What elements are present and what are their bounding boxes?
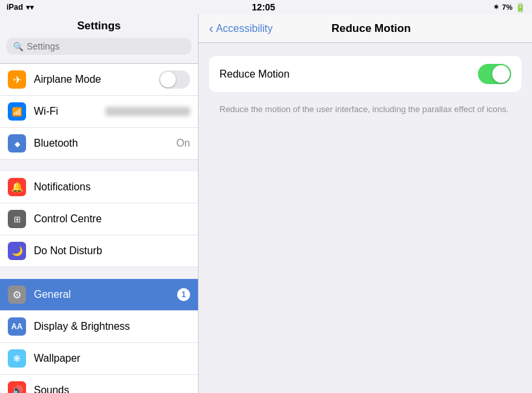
section-divider-2 (0, 267, 198, 279)
sidebar-item-wifi[interactable]: 📶 Wi-Fi (0, 96, 198, 128)
wifi-status-icon: ▾▾ (26, 3, 34, 12)
notifications-label: Notifications (34, 181, 190, 193)
section-divider-1 (0, 160, 198, 171)
reduce-motion-label: Reduce Motion (219, 68, 290, 80)
battery-percent: 7% (502, 3, 512, 11)
do-not-disturb-icon: 🌙 (8, 242, 26, 260)
reduce-motion-description: Reduce the motion of the user interface,… (209, 98, 522, 115)
sidebar-item-notifications[interactable]: 🔔 Notifications (0, 171, 198, 203)
bluetooth-value: On (176, 138, 190, 149)
sidebar-item-airplane-mode[interactable]: ✈ Airplane Mode (0, 64, 198, 96)
sidebar-item-wallpaper[interactable]: ❋ Wallpaper (0, 343, 198, 375)
reduce-motion-row[interactable]: Reduce Motion (209, 56, 522, 92)
sidebar-item-bluetooth[interactable]: ⬥ Bluetooth On (0, 128, 198, 160)
sidebar-item-control-centre[interactable]: ⊞ Control Centre (0, 203, 198, 235)
sidebar-item-general[interactable]: ⚙ General 1 (0, 279, 198, 311)
display-brightness-label: Display & Brightness (34, 321, 190, 332)
detail-content: Reduce Motion Reduce the motion of the u… (199, 43, 532, 128)
sidebar-item-do-not-disturb[interactable]: 🌙 Do Not Disturb (0, 235, 198, 267)
detail-title: Reduce Motion (273, 22, 469, 35)
sidebar-section-connectivity: ✈ Airplane Mode 📶 Wi-Fi ⬥ Bluetooth On (0, 64, 198, 160)
sidebar-item-display-brightness[interactable]: AA Display & Brightness (0, 311, 198, 343)
general-badge: 1 (177, 288, 190, 301)
battery-icon: 🔋 (515, 3, 525, 12)
back-label: Accessibility (216, 23, 273, 35)
airplane-mode-label: Airplane Mode (34, 74, 159, 85)
sidebar-title: Settings (0, 20, 198, 38)
search-bar[interactable]: 🔍 (7, 38, 191, 55)
general-icon: ⚙ (8, 285, 26, 304)
sidebar-item-sounds[interactable]: 🔊 Sounds (0, 375, 198, 393)
do-not-disturb-label: Do Not Disturb (34, 245, 190, 257)
status-time: 12:05 (252, 2, 275, 12)
wifi-label: Wi-Fi (34, 106, 105, 117)
status-bar: iPad ▾▾ 12:05 ✴ 7% 🔋 (0, 0, 532, 14)
detail-nav: ‹ Accessibility Reduce Motion (199, 14, 532, 43)
main-container: Settings 🔍 ✈ Airplane Mode 📶 Wi-Fi (0, 14, 532, 393)
sidebar-section-preferences: ⚙ General 1 AA Display & Brightness ❋ Wa… (0, 279, 198, 393)
sounds-icon: 🔊 (8, 381, 26, 393)
device-label: iPad (7, 3, 23, 12)
wifi-current-value (105, 107, 190, 116)
back-button[interactable]: ‹ Accessibility (209, 21, 273, 36)
control-centre-icon: ⊞ (8, 210, 26, 228)
sidebar: Settings 🔍 ✈ Airplane Mode 📶 Wi-Fi (0, 14, 199, 393)
control-centre-label: Control Centre (34, 213, 190, 225)
airplane-mode-icon: ✈ (8, 70, 26, 89)
detail-panel: ‹ Accessibility Reduce Motion Reduce Mot… (199, 14, 532, 393)
bluetooth-label: Bluetooth (34, 138, 176, 149)
bluetooth-icon-sidebar: ⬥ (8, 134, 26, 153)
sounds-label: Sounds (34, 385, 190, 393)
sidebar-list: ✈ Airplane Mode 📶 Wi-Fi ⬥ Bluetooth On (0, 64, 198, 393)
display-brightness-icon: AA (8, 317, 26, 336)
reduce-motion-toggle[interactable] (478, 64, 511, 84)
wifi-icon: 📶 (8, 102, 26, 121)
wallpaper-icon: ❋ (8, 349, 26, 368)
wallpaper-label: Wallpaper (34, 353, 190, 364)
notifications-icon: 🔔 (8, 178, 26, 196)
back-chevron-icon: ‹ (209, 21, 214, 36)
search-icon: 🔍 (13, 42, 23, 51)
airplane-mode-toggle[interactable] (159, 70, 190, 89)
sidebar-header: Settings 🔍 (0, 14, 198, 64)
status-left: iPad ▾▾ (7, 3, 34, 12)
general-label: General (34, 289, 177, 300)
search-input[interactable] (27, 41, 185, 51)
status-right: ✴ 7% 🔋 (493, 3, 525, 12)
bluetooth-icon: ✴ (493, 3, 499, 12)
sidebar-section-system: 🔔 Notifications ⊞ Control Centre 🌙 Do No… (0, 171, 198, 267)
